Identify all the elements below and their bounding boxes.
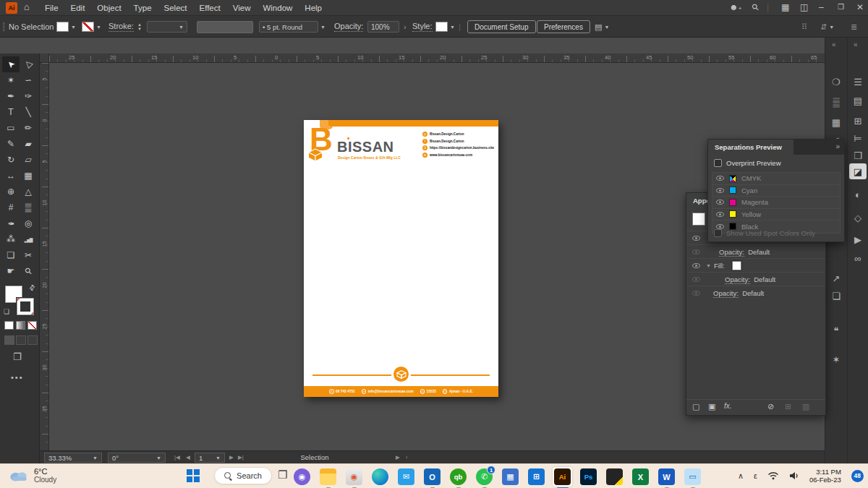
perspective-grid-tool[interactable]: △ [20,184,37,200]
variable-width-dropdown[interactable] [197,16,253,38]
start-button[interactable] [187,469,200,482]
free-transform-tool[interactable]: ▦ [20,168,37,184]
rotate-tool[interactable]: ↻ [2,152,20,168]
menu-help[interactable]: Help [305,4,322,12]
gradient-tool[interactable]: ▒ [20,200,37,215]
separation-channel-row[interactable]: Yellow [712,209,840,221]
draw-normal-icon[interactable] [4,335,14,345]
preferences-button[interactable]: Preferences [537,16,590,38]
hand-tool[interactable]: ☛ [2,263,20,279]
appearance-row-fill-opacity[interactable]: Opacity: Default [686,272,825,286]
search-icon[interactable]: ⚲ [749,1,761,13]
default-fill-stroke-icon[interactable]: ❏ [4,308,9,315]
horizontal-ruler[interactable]: 25201510505101520253035404550556065 [49,53,825,63]
stroke-color-picker[interactable]: ▼ [82,16,101,38]
whatsapp-app[interactable]: ✆1 [475,467,494,487]
sort-icon[interactable]: ⇵ ▼ [820,16,834,38]
appearance-row-fill[interactable]: ▼ Fill: [686,258,825,272]
artboards-panel-icon[interactable]: ▤ [849,93,867,108]
task-view-icon[interactable]: ❐ [278,468,287,481]
stroke-label[interactable]: Stroke: [109,16,134,38]
symbol-sprayer-tool[interactable]: ⁂ [2,231,20,247]
expand-chevron-icon[interactable]: ▼ [706,263,711,268]
visibility-eye-icon[interactable] [692,263,700,268]
style-picker[interactable]: ▼ [435,16,455,38]
visibility-eye-icon[interactable] [692,236,700,241]
add-effect-icon[interactable]: fx. [724,402,732,410]
appearance-target-swatch[interactable] [692,213,705,226]
photos-app[interactable]: ◉ [344,467,364,487]
swap-fill-stroke-icon[interactable]: ⇄ [27,283,37,293]
close-button[interactable]: ✕ [856,2,864,12]
photoshop-app[interactable]: Ps [579,467,598,487]
opacity-label[interactable]: Opacity: [334,16,363,38]
slice-tool[interactable]: ✂ [20,247,37,263]
separations-preview-panel-icon[interactable]: ◪ [849,163,867,179]
visibility-eye-icon[interactable] [716,200,724,205]
duplicate-item-icon[interactable]: ⊞ [785,402,791,411]
magic-wand-panel-icon[interactable]: ✶ [827,351,845,367]
notes-app[interactable] [605,467,624,487]
type-tool[interactable]: T [2,104,20,120]
artboard-number-dropdown[interactable]: 1▼ [195,453,225,463]
menu-window[interactable]: Window [263,4,292,12]
ruler-corner[interactable] [40,53,49,63]
stroke-swatch[interactable] [82,22,94,32]
panel-collapse-icon[interactable]: » [835,142,840,150]
artboard-tool[interactable]: ❏ [2,247,20,263]
separation-channel-row[interactable]: CMYK [712,173,840,185]
menu-select[interactable]: Select [164,4,187,12]
account-icon[interactable]: ☻+ [729,2,741,12]
weather-widget[interactable]: 6°C Cloudy [9,467,56,484]
opacity-link[interactable]: Opacity: [719,248,744,257]
mail-app[interactable]: ✉ [396,467,416,487]
taskbar-search[interactable]: Search [214,467,272,484]
pathfinder-panel-icon[interactable]: ❒ [849,147,867,163]
magic-wand-tool[interactable]: ✶ [2,72,20,88]
color-button[interactable] [4,321,14,330]
menu-edit[interactable]: Edit [71,4,85,12]
visibility-eye-icon[interactable] [716,224,724,229]
menu-view[interactable]: View [233,4,251,12]
appearance-row-stroke-opacity[interactable]: Opacity: Default [686,244,825,258]
separation-channel-row[interactable]: Cyan [712,185,840,197]
overprint-checkbox[interactable] [714,159,722,167]
delete-item-icon[interactable]: ▥ [802,402,809,411]
draw-behind-icon[interactable] [16,335,26,345]
spot-colors-option[interactable]: Show Used Spot Colors Only [714,229,815,237]
edge-app[interactable] [370,467,390,487]
menu-type[interactable]: Type [134,4,152,12]
column-graph-tool[interactable]: ▂▅▇ [20,231,37,247]
paintbrush-tool[interactable]: ✏ [20,120,37,136]
asset-export-panel-icon[interactable]: ❏ [827,288,845,304]
ms-store-app[interactable]: ⊞ [527,467,546,487]
stroke-weight-stepper[interactable]: ▲▼ [137,16,142,38]
opacity-link[interactable]: Opacity: [725,275,750,284]
comments-panel-icon[interactable]: ❝ [827,322,845,338]
status-chevron-icon[interactable]: ‹ [406,454,408,461]
panel-menu-icon[interactable]: ≣ [851,16,857,38]
new-fill-icon[interactable]: ▣ [708,402,715,411]
calculator-app[interactable]: ▦ [501,467,520,487]
first-artboard-icon[interactable]: |◀ [174,454,180,461]
file-explorer-app[interactable] [318,467,338,487]
clear-appearance-icon[interactable]: ⊘ [767,402,774,411]
isolate-mode-icon[interactable]: ▤ ▼ [595,16,609,38]
collapse-dock-icon[interactable]: « [854,40,858,48]
rectangle-tool[interactable]: ▭ [2,120,20,136]
visibility-eye-icon[interactable] [716,176,724,181]
spot-colors-checkbox[interactable] [714,229,722,237]
selection-tool[interactable]: ➤ [2,56,20,72]
menu-effect[interactable]: Effect [200,4,221,12]
dots-grid-icon[interactable]: ⠿ [801,16,807,38]
pen-tool[interactable]: ✒ [2,88,20,104]
separation-channel-row[interactable]: Magenta [712,197,840,209]
brush-definition-dropdown[interactable]: • 5 pt. Round▼ [259,16,326,38]
vertical-ruler[interactable]: 505101520253035 [40,63,49,450]
gradient-panel-icon[interactable]: ▒ [827,94,845,110]
rotation-dropdown[interactable]: 0°▼ [108,453,166,463]
visibility-eye-icon[interactable] [692,291,700,296]
wifi-icon[interactable] [767,471,779,480]
scale-tool[interactable]: ▱ [20,152,37,168]
menu-file[interactable]: File [45,4,59,12]
